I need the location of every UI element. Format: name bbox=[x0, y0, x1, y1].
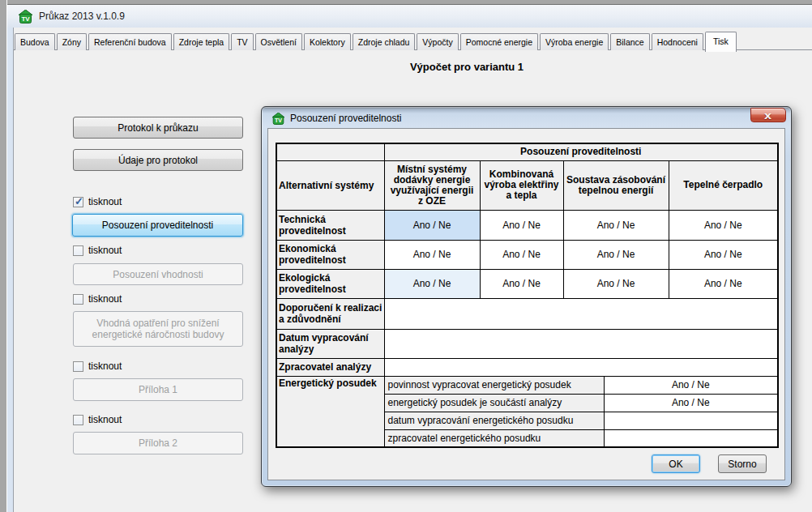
storno-button[interactable]: Storno bbox=[718, 454, 767, 473]
posouzeni-proveditelnosti-button[interactable]: Posouzení proveditelnosti bbox=[72, 214, 243, 237]
tab-bar: BudovaZónyReferenční budovaZdroje teplaT… bbox=[15, 32, 737, 50]
cell-technicka-soustava[interactable]: Ano / Ne bbox=[563, 210, 669, 240]
tab-vypocty[interactable]: Výpočty bbox=[417, 33, 458, 50]
screen-edge-left bbox=[0, 0, 7, 512]
cell-ekonomicka-kombinovana[interactable]: Ano / Ne bbox=[480, 240, 563, 269]
corner-cell bbox=[276, 143, 384, 160]
cell-zpracovatel[interactable] bbox=[384, 358, 778, 376]
tab-vyroba-energie[interactable]: Výroba energie bbox=[540, 33, 609, 50]
tisknout-label-2: tisknout bbox=[88, 245, 122, 256]
tab-bilance[interactable]: Bilance bbox=[610, 33, 649, 50]
dialog-client-area: Posouzení proveditelnosti Alternativní s… bbox=[267, 128, 785, 480]
cell-technicka-cerpadlo[interactable]: Ano / Ne bbox=[669, 210, 778, 240]
cell-doporuceni[interactable] bbox=[384, 298, 778, 329]
tisknout-label-4: tisknout bbox=[88, 361, 122, 372]
cell-datum[interactable] bbox=[384, 329, 778, 358]
cell-ekonomicka-cerpadlo[interactable]: Ano / Ne bbox=[669, 240, 778, 269]
row-label-energeticky-posudek: Energetický posudek bbox=[276, 376, 384, 447]
col-header-soustava: Soustava zásobování tepelnou energií bbox=[563, 160, 669, 210]
page-heading: Výpočet pro variantu 1 bbox=[122, 61, 812, 73]
feasibility-table: Posouzení proveditelnosti Alternativní s… bbox=[276, 143, 779, 448]
row-label-doporuceni: Doporučení k realizaci a zdůvodnění bbox=[276, 298, 384, 329]
tisknout-checkbox-3[interactable] bbox=[73, 294, 83, 305]
tisknout-checkbox-2[interactable] bbox=[73, 245, 83, 256]
app-icon: TV bbox=[18, 10, 33, 23]
row-label-datum: Datum vypracování analýzy bbox=[276, 329, 384, 358]
window-frame-left bbox=[7, 28, 14, 512]
close-icon: x bbox=[764, 109, 771, 122]
tab-tisk[interactable]: Tisk bbox=[705, 32, 737, 52]
dialog-icon: TV bbox=[271, 113, 285, 125]
sublabel-soucasti: energetický posudek je součástí analýzy bbox=[384, 394, 604, 412]
tisknout-row-1: tisknout bbox=[73, 196, 122, 207]
tisknout-row-3: tisknout bbox=[73, 293, 122, 305]
tab-hodnoceni[interactable]: Hodnoceni bbox=[652, 33, 703, 50]
cell-technicka-kombinovana[interactable]: Ano / Ne bbox=[480, 210, 563, 240]
priloha-2-button[interactable]: Příloha 2 bbox=[73, 432, 243, 454]
cell-ekonomicka-oze[interactable]: Ano / Ne bbox=[384, 240, 480, 269]
tisknout-label-1: tisknout bbox=[88, 196, 122, 207]
tab-referencni-budova[interactable]: Referenční budova bbox=[88, 33, 172, 50]
app-titlebar[interactable]: TV Průkaz 2013 v.1.0.9 bbox=[7, 5, 812, 28]
ok-button[interactable]: OK bbox=[652, 454, 700, 473]
window-title: Průkaz 2013 v.1.0.9 bbox=[39, 11, 125, 22]
posouzeni-vhodnosti-button[interactable]: Posouzení vhodnosti bbox=[73, 263, 243, 285]
dialog-titlebar[interactable]: TV Posouzení proveditelnosti bbox=[271, 111, 401, 126]
protokol-k-prukazu-button[interactable]: Protokol k průkazu bbox=[73, 117, 243, 139]
tisknout-row-2: tisknout bbox=[73, 245, 122, 256]
row-label-technicka: Technická proveditelnost bbox=[276, 210, 384, 240]
cell-soucasti[interactable]: Ano / Ne bbox=[604, 394, 778, 412]
tisknout-row-4: tisknout bbox=[73, 361, 122, 372]
screen-edge-top bbox=[0, 0, 812, 5]
tab-pomocne-energie[interactable]: Pomocné energie bbox=[460, 33, 538, 50]
tisknout-row-5: tisknout bbox=[73, 414, 122, 425]
col-header-cerpadlo: Tepelné čerpadlo bbox=[669, 160, 778, 210]
tisknout-checkbox-1[interactable] bbox=[73, 197, 83, 207]
udaje-pro-protokol-button[interactable]: Údaje pro protokol bbox=[73, 149, 243, 171]
tab-zony[interactable]: Zóny bbox=[57, 33, 87, 50]
tab-budova[interactable]: Budova bbox=[15, 33, 55, 50]
sublabel-zpracovatel-posudku: zpracovatel energetického posudku bbox=[384, 429, 604, 447]
tisknout-checkbox-4[interactable] bbox=[73, 361, 83, 372]
cell-povinnost[interactable]: Ano / Ne bbox=[604, 376, 778, 394]
tab-tv[interactable]: TV bbox=[231, 33, 253, 50]
priloha-1-button[interactable]: Příloha 1 bbox=[73, 378, 243, 401]
row-label-zpracovatel: Zpracovatel analýzy bbox=[276, 358, 384, 376]
cell-ekologicka-oze[interactable]: Ano / Ne bbox=[384, 269, 480, 298]
close-button[interactable]: x bbox=[750, 108, 786, 122]
cell-datum-posudku[interactable] bbox=[604, 412, 778, 429]
cell-ekologicka-kombinovana[interactable]: Ano / Ne bbox=[480, 269, 563, 298]
sublabel-povinnost: povinnost vypracovat energetický posudek bbox=[384, 376, 604, 394]
dialog-title: Posouzení proveditelnosti bbox=[290, 113, 401, 124]
tab-zdroje-chladu[interactable]: Zdroje chladu bbox=[353, 33, 416, 50]
tisknout-label-3: tisknout bbox=[88, 293, 122, 305]
tab-zdroje-tepla[interactable]: Zdroje tepla bbox=[173, 33, 229, 50]
svg-text:TV: TV bbox=[275, 117, 282, 123]
tab-osvetleni[interactable]: Osvětlení bbox=[255, 33, 302, 50]
span-header-cell: Posouzení proveditelnosti bbox=[384, 143, 778, 160]
row-label-ekologicka: Ekologická proveditelnost bbox=[276, 269, 384, 298]
col-header-kombinovana: Kombinovaná výroba elektřiny a tepla bbox=[480, 160, 563, 210]
svg-text:TV: TV bbox=[21, 15, 30, 23]
row-label-ekonomicka: Ekonomická proveditelnost bbox=[276, 240, 384, 269]
cell-zpracovatel-posudku[interactable] bbox=[604, 429, 778, 447]
sublabel-datum-posudku: datum vypracování energetického posudku bbox=[384, 412, 604, 429]
cell-ekologicka-soustava[interactable]: Ano / Ne bbox=[563, 269, 669, 298]
dialog-posouzeni-proveditelnosti: TV Posouzení proveditelnosti x Posouzení… bbox=[261, 106, 792, 487]
tab-kolektory[interactable]: Kolektory bbox=[304, 33, 351, 50]
cell-technicka-oze[interactable]: Ano / Ne bbox=[384, 210, 480, 240]
tisknout-checkbox-5[interactable] bbox=[73, 415, 83, 425]
col-header-oze: Místní systémy dodávky energie využívají… bbox=[384, 160, 480, 210]
col-header-left: Alternativní systémy bbox=[276, 160, 384, 210]
cell-ekologicka-cerpadlo[interactable]: Ano / Ne bbox=[669, 269, 778, 298]
cell-ekonomicka-soustava[interactable]: Ano / Ne bbox=[563, 240, 669, 269]
vhodna-opatreni-button[interactable]: Vhodná opatření pro snížení energetické … bbox=[73, 311, 243, 347]
tisknout-label-5: tisknout bbox=[88, 414, 122, 425]
